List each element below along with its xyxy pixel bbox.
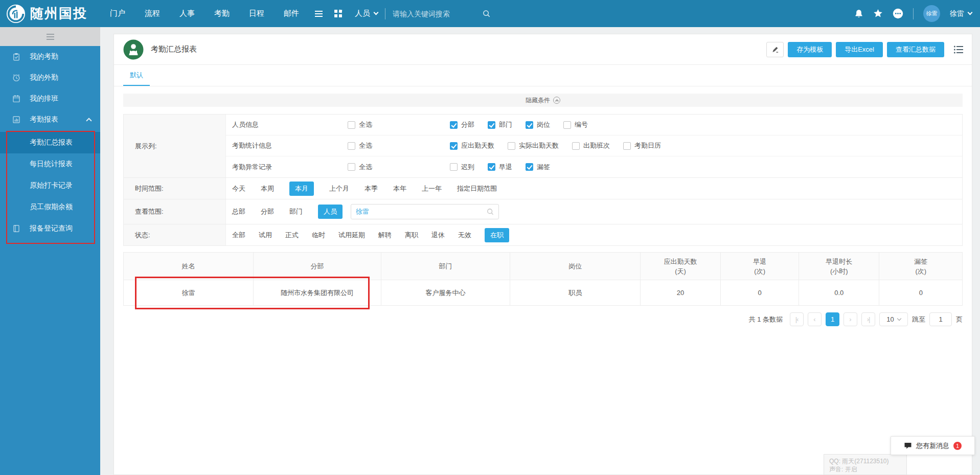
sidebar-item-label: 考勤报表 bbox=[30, 115, 58, 124]
avatar[interactable]: 徐雷 bbox=[923, 5, 940, 22]
select-all-option[interactable]: 全选 bbox=[348, 120, 372, 129]
sidebar-item-my-attendance[interactable]: 我的考勤 bbox=[0, 46, 100, 67]
brand-logo[interactable]: 随州国投 bbox=[0, 4, 100, 24]
checkbox-checked-icon[interactable] bbox=[450, 142, 458, 150]
checkbox-icon[interactable] bbox=[348, 121, 355, 129]
nav-item-portal[interactable]: 门户 bbox=[100, 0, 135, 27]
report-table: 姓名 分部 部门 岗位 应出勤天数(天) 早退(次) 早退时长(小时) 漏签(次… bbox=[123, 252, 963, 306]
page-number-button[interactable]: 1 bbox=[826, 312, 839, 326]
sidebar-subitem-raw-punch-records[interactable]: 原始打卡记录 bbox=[0, 175, 100, 196]
time-option-today[interactable]: 今天 bbox=[232, 184, 245, 193]
checkbox-option-branch[interactable]: 分部 bbox=[450, 120, 474, 129]
checkbox-option-department[interactable]: 部门 bbox=[488, 120, 512, 129]
checkbox-option-calendar[interactable]: 考勤日历 bbox=[623, 141, 661, 150]
export-excel-button[interactable]: 导出Excel bbox=[836, 42, 883, 57]
signature-pen-button[interactable] bbox=[766, 42, 784, 57]
sidebar-item-my-field-work[interactable]: 我的外勤 bbox=[0, 67, 100, 88]
nav-item-mail[interactable]: 邮件 bbox=[274, 0, 309, 27]
status-option-temporary[interactable]: 临时 bbox=[312, 231, 325, 240]
module-selector[interactable]: 人员 bbox=[348, 9, 385, 18]
checkbox-icon[interactable] bbox=[348, 163, 355, 171]
last-page-button[interactable] bbox=[861, 312, 875, 326]
star-icon[interactable] bbox=[873, 9, 883, 18]
sidebar-item-report-registration-query[interactable]: 报备登记查询 bbox=[0, 218, 100, 239]
nav-item-hr[interactable]: 人事 bbox=[170, 0, 204, 27]
nav-item-workflow[interactable]: 流程 bbox=[135, 0, 170, 27]
next-page-button[interactable] bbox=[844, 312, 857, 326]
status-option-probation[interactable]: 试用 bbox=[259, 231, 272, 240]
checkbox-checked-icon[interactable] bbox=[526, 121, 533, 129]
search-icon[interactable] bbox=[483, 10, 490, 17]
checkbox-icon[interactable] bbox=[563, 121, 571, 129]
checkbox-option-number[interactable]: 编号 bbox=[563, 120, 588, 129]
new-message-notification[interactable]: 您有新消息 1 bbox=[891, 436, 975, 455]
col-header-department: 部门 bbox=[381, 253, 510, 280]
checkbox-checked-icon[interactable] bbox=[488, 121, 495, 129]
sidebar-item-attendance-reports[interactable]: 考勤报表 bbox=[0, 109, 100, 130]
nav-item-attendance[interactable]: 考勤 bbox=[204, 0, 239, 27]
time-option-last-month[interactable]: 上个月 bbox=[329, 184, 349, 193]
bell-icon[interactable] bbox=[854, 9, 863, 18]
sidebar-collapse-button[interactable] bbox=[0, 27, 100, 46]
time-option-custom-range[interactable]: 指定日期范围 bbox=[457, 184, 497, 193]
checkbox-option-late[interactable]: 迟到 bbox=[450, 163, 474, 172]
view-summary-data-button[interactable]: 查看汇总数据 bbox=[887, 42, 944, 57]
checkbox-checked-icon[interactable] bbox=[526, 163, 533, 171]
status-option-dismissed[interactable]: 解聘 bbox=[378, 231, 392, 240]
list-view-icon[interactable] bbox=[953, 45, 964, 54]
hide-conditions-bar[interactable]: 隐藏条件 bbox=[123, 94, 963, 107]
prev-page-button[interactable] bbox=[808, 312, 822, 326]
time-option-this-week[interactable]: 本周 bbox=[261, 184, 274, 193]
status-option-probation-extended[interactable]: 试用延期 bbox=[338, 231, 365, 240]
scope-option-branch[interactable]: 分部 bbox=[261, 207, 274, 216]
status-option-invalid[interactable]: 无效 bbox=[458, 231, 471, 240]
page-size-select[interactable]: 10 bbox=[879, 312, 908, 326]
person-search-input[interactable] bbox=[356, 208, 487, 216]
time-option-last-year[interactable]: 上一年 bbox=[422, 184, 442, 193]
nav-item-schedule[interactable]: 日程 bbox=[239, 0, 274, 27]
status-option-retired[interactable]: 退休 bbox=[431, 231, 445, 240]
more-ellipsis-icon[interactable] bbox=[893, 8, 903, 19]
group-name: 考勤统计信息 bbox=[232, 141, 348, 150]
time-option-this-year[interactable]: 本年 bbox=[393, 184, 406, 193]
checkbox-icon[interactable] bbox=[508, 142, 515, 150]
apps-grid-icon[interactable] bbox=[328, 0, 348, 27]
select-all-option[interactable]: 全选 bbox=[348, 163, 372, 172]
status-option-formal[interactable]: 正式 bbox=[285, 231, 299, 240]
checkbox-option-required-days[interactable]: 应出勤天数 bbox=[450, 141, 494, 150]
status-option-all[interactable]: 全部 bbox=[232, 231, 245, 240]
checkbox-icon[interactable] bbox=[623, 142, 631, 150]
checkbox-option-shift[interactable]: 出勤班次 bbox=[572, 141, 610, 150]
user-menu[interactable]: 徐雷 bbox=[950, 9, 972, 18]
checkbox-option-leave-early[interactable]: 早退 bbox=[488, 163, 512, 172]
group-name: 人员信息 bbox=[232, 120, 348, 129]
checkbox-icon[interactable] bbox=[450, 163, 458, 171]
tab-default[interactable]: 默认 bbox=[123, 65, 150, 86]
search-icon[interactable] bbox=[487, 208, 494, 215]
checkbox-icon[interactable] bbox=[348, 142, 355, 150]
checkbox-icon[interactable] bbox=[572, 142, 580, 150]
checkbox-option-position[interactable]: 岗位 bbox=[526, 120, 550, 129]
status-option-employed-active[interactable]: 在职 bbox=[485, 228, 509, 242]
time-option-this-quarter[interactable]: 本季 bbox=[364, 184, 378, 193]
scope-option-department[interactable]: 部门 bbox=[289, 207, 303, 216]
checkbox-checked-icon[interactable] bbox=[450, 121, 458, 129]
sidebar-subitem-daily-stats[interactable]: 每日统计报表 bbox=[0, 153, 100, 175]
sidebar-subitem-leave-balance[interactable]: 员工假期余额 bbox=[0, 196, 100, 218]
first-page-button[interactable] bbox=[790, 312, 804, 326]
hamburger-menu-icon[interactable] bbox=[309, 0, 328, 27]
sidebar-subitem-summary-report[interactable]: 考勤汇总报表 bbox=[0, 132, 100, 153]
global-search-input[interactable] bbox=[393, 10, 478, 18]
status-option-resigned[interactable]: 离职 bbox=[405, 231, 418, 240]
time-option-this-month-active[interactable]: 本月 bbox=[289, 182, 314, 196]
save-template-button[interactable]: 存为模板 bbox=[788, 42, 832, 57]
checkbox-option-missed-sign[interactable]: 漏签 bbox=[526, 163, 550, 172]
checkbox-option-actual-days[interactable]: 实际出勤天数 bbox=[508, 141, 559, 150]
scope-option-person-active[interactable]: 人员 bbox=[318, 205, 343, 219]
jump-page-input[interactable] bbox=[929, 312, 952, 326]
chat-bubble-icon bbox=[904, 442, 912, 450]
scope-option-headquarters[interactable]: 总部 bbox=[232, 207, 245, 216]
sidebar-item-my-shift[interactable]: 我的排班 bbox=[0, 88, 100, 109]
select-all-option[interactable]: 全选 bbox=[348, 141, 372, 150]
checkbox-checked-icon[interactable] bbox=[488, 163, 495, 171]
